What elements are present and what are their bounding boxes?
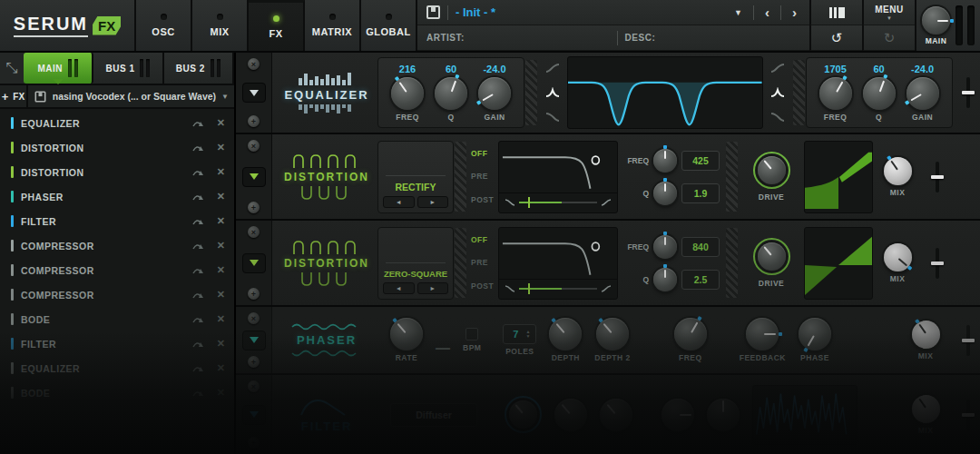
prev-mode-button[interactable]: ◄ bbox=[383, 282, 415, 294]
filter-pre-option[interactable]: PRE bbox=[471, 258, 498, 267]
peak-band-icon[interactable] bbox=[769, 87, 786, 98]
remove-fx-icon[interactable]: ✕ bbox=[217, 240, 225, 252]
module-mix-slider[interactable] bbox=[953, 380, 980, 449]
poles-stepper[interactable]: 7 ▲▼ bbox=[503, 324, 536, 344]
high-shelf-icon[interactable] bbox=[769, 63, 786, 74]
freq-knob[interactable] bbox=[674, 318, 707, 350]
q-knob[interactable] bbox=[653, 182, 677, 205]
bus-tab-bus1[interactable]: BUS 1 bbox=[93, 53, 163, 84]
tab-matrix[interactable]: MATRIX bbox=[305, 0, 361, 51]
remove-fx-icon[interactable]: ✕ bbox=[217, 191, 225, 202]
tab-fx[interactable]: FX bbox=[249, 0, 305, 51]
remove-fx-icon[interactable]: ✕ bbox=[217, 313, 225, 325]
gain-knob[interactable] bbox=[906, 77, 939, 110]
high-shelf-icon[interactable] bbox=[544, 63, 561, 74]
oversample-icon[interactable] bbox=[191, 192, 206, 202]
oversample-icon[interactable] bbox=[191, 291, 206, 300]
collapse-module-button[interactable] bbox=[242, 405, 266, 425]
oversample-icon[interactable] bbox=[191, 119, 206, 128]
module-mix-slider[interactable] bbox=[953, 58, 980, 127]
preset-dropdown-icon[interactable]: ▼ bbox=[730, 8, 746, 17]
depth2-knob[interactable] bbox=[596, 318, 629, 350]
mix-knob[interactable] bbox=[912, 395, 940, 423]
q-knob[interactable] bbox=[435, 77, 467, 110]
preset-browser-button[interactable] bbox=[809, 0, 862, 25]
freq-knob[interactable] bbox=[653, 149, 677, 173]
oversample-icon[interactable] bbox=[191, 340, 206, 349]
filter-off-option[interactable]: OFF bbox=[471, 149, 498, 158]
q-value[interactable]: 1.9 bbox=[681, 183, 720, 203]
next-mode-button[interactable]: ► bbox=[417, 196, 449, 208]
artist-field[interactable] bbox=[472, 25, 610, 50]
fx-list-item-filter-2[interactable]: FILTER ✕ bbox=[0, 331, 234, 356]
distortion-mode-value[interactable]: RECTIFY bbox=[378, 176, 453, 196]
low-pass-icon[interactable] bbox=[544, 112, 561, 123]
fx-list-item-compressor-1[interactable]: COMPRESSOR ✕ bbox=[0, 233, 234, 258]
rate-knob[interactable] bbox=[390, 318, 423, 350]
freq-value[interactable]: 840 bbox=[681, 237, 720, 257]
remove-fx-icon[interactable]: ✕ bbox=[217, 264, 225, 276]
mix-knob[interactable] bbox=[884, 157, 912, 185]
fx-list-item-compressor-3[interactable]: COMPRESSOR ✕ bbox=[0, 282, 234, 307]
tab-mix[interactable]: MIX bbox=[192, 0, 249, 51]
gain-knob[interactable] bbox=[478, 77, 511, 110]
collapse-module-button[interactable] bbox=[242, 253, 266, 273]
next-preset-button[interactable]: › bbox=[789, 5, 800, 20]
module-mix-slider[interactable] bbox=[922, 140, 953, 213]
bus-tab-bus2[interactable]: BUS 2 bbox=[164, 53, 234, 84]
collapse-module-button[interactable] bbox=[242, 83, 266, 103]
filter-knob-5[interactable] bbox=[707, 399, 740, 431]
freq-knob[interactable] bbox=[819, 77, 852, 110]
filter-knob-1[interactable] bbox=[509, 400, 537, 429]
tab-osc[interactable]: OSC bbox=[136, 0, 192, 51]
oversample-icon[interactable] bbox=[191, 217, 206, 226]
feedback-knob[interactable] bbox=[746, 318, 779, 350]
remove-fx-icon[interactable]: ✕ bbox=[217, 338, 225, 350]
collapse-module-button[interactable] bbox=[242, 167, 266, 187]
freq-knob[interactable] bbox=[391, 77, 424, 110]
prev-mode-button[interactable]: ◄ bbox=[383, 196, 415, 208]
main-volume-knob[interactable] bbox=[922, 6, 950, 35]
oversample-icon[interactable] bbox=[191, 143, 206, 153]
depth-knob[interactable] bbox=[549, 318, 582, 350]
filter-range-slider[interactable] bbox=[499, 279, 617, 299]
oversample-icon[interactable] bbox=[191, 315, 206, 324]
bpm-sync-button[interactable] bbox=[466, 328, 478, 340]
remove-fx-icon[interactable]: ✕ bbox=[217, 142, 225, 153]
oversample-icon[interactable] bbox=[191, 364, 206, 373]
remove-fx-icon[interactable]: ✕ bbox=[217, 215, 225, 227]
q-knob[interactable] bbox=[863, 77, 896, 110]
oversample-icon[interactable] bbox=[191, 242, 206, 251]
step-down-icon[interactable]: ▼ bbox=[525, 334, 530, 339]
oversample-icon[interactable] bbox=[191, 266, 206, 275]
filter-knob-4[interactable] bbox=[662, 399, 694, 431]
q-value[interactable]: 2.5 bbox=[681, 270, 720, 290]
prev-preset-button[interactable]: ‹ bbox=[761, 5, 773, 20]
remove-fx-icon[interactable]: ✕ bbox=[217, 289, 225, 301]
undo-button[interactable]: ↺ bbox=[809, 25, 862, 51]
oversample-icon[interactable] bbox=[191, 168, 206, 177]
fx-list-item-filter-1[interactable]: FILTER ✕ bbox=[0, 209, 234, 233]
desc-field[interactable] bbox=[662, 25, 800, 50]
fx-list-item-compressor-2[interactable]: COMPRESSOR ✕ bbox=[0, 258, 234, 282]
distortion-filter-display[interactable] bbox=[498, 141, 618, 213]
oversample-icon[interactable] bbox=[191, 389, 206, 398]
module-mix-slider[interactable] bbox=[922, 226, 953, 300]
preset-name[interactable]: - Init - * bbox=[456, 5, 495, 19]
fx-list-item-phaser[interactable]: PHASER ✕ bbox=[0, 184, 234, 209]
filter-range-slider[interactable] bbox=[499, 192, 617, 212]
fx-list-item-bode-1[interactable]: BODE ✕ bbox=[0, 307, 234, 331]
remove-fx-icon[interactable]: ✕ bbox=[217, 387, 225, 399]
filter-type-select[interactable]: Diffuser bbox=[390, 403, 477, 427]
fx-list-item-equalizer-2[interactable]: EQUALIZER ✕ bbox=[0, 356, 234, 380]
fx-list-item-equalizer[interactable]: EQUALIZER ✕ bbox=[0, 111, 234, 135]
module-mix-slider[interactable] bbox=[953, 312, 980, 368]
redo-button[interactable]: ↻ bbox=[862, 25, 915, 51]
filter-post-option[interactable]: POST bbox=[471, 281, 498, 291]
bus-tab-main[interactable]: MAIN bbox=[24, 53, 93, 84]
next-mode-button[interactable]: ► bbox=[417, 282, 449, 294]
remove-fx-icon[interactable]: ✕ bbox=[217, 362, 225, 374]
drive-knob[interactable] bbox=[758, 242, 786, 271]
filter-off-option[interactable]: OFF bbox=[471, 235, 498, 244]
filter-knob-3[interactable] bbox=[600, 399, 632, 431]
